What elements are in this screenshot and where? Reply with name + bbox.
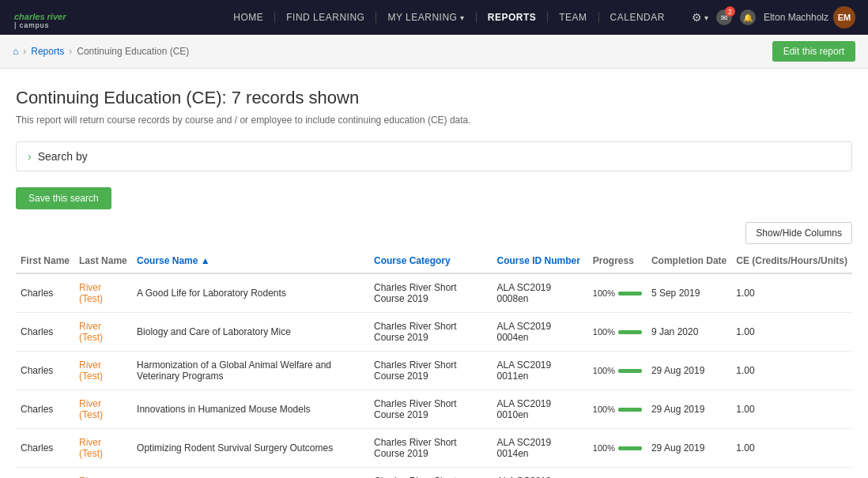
- table-row: Charles River (Test) Biology and Care of…: [16, 313, 852, 352]
- cell-course-category: Charles River Short Course 2019: [369, 468, 492, 479]
- cell-first-name: Charles: [16, 273, 74, 313]
- cell-completion-date: 29 Aug 2019: [647, 390, 731, 429]
- search-arrow-icon: ›: [28, 150, 32, 163]
- col-course-name[interactable]: Course Name ▲: [132, 249, 369, 273]
- breadcrumb-sep-2: ›: [69, 46, 72, 57]
- search-section: › Search by: [16, 141, 852, 171]
- table-row: Charles River (Test) A Good Life for Lab…: [16, 273, 852, 313]
- page-title: Continuing Education (CE): 7 records sho…: [16, 88, 852, 108]
- cell-ce: 1.00: [731, 390, 852, 429]
- breadcrumb-home[interactable]: ⌂: [13, 46, 18, 57]
- table-row: Charles River (Test) Optimizing Rodent S…: [16, 429, 852, 468]
- cell-completion-date: 29 Aug 2019: [647, 468, 731, 479]
- cell-ce: 1.00: [731, 468, 852, 479]
- user-menu[interactable]: Elton Machholz EM: [764, 6, 855, 28]
- cell-course-id: ALA SC2019 0014en: [492, 429, 588, 468]
- table-toolbar: Show/Hide Columns: [16, 222, 852, 244]
- edit-report-button[interactable]: Edit this report: [772, 41, 855, 62]
- search-header[interactable]: › Search by: [17, 142, 851, 171]
- cell-first-name: Charles: [16, 468, 74, 479]
- cell-ce: 1.00: [731, 429, 852, 468]
- cell-course-name: Biology and Care of Laboratory Mice: [132, 313, 369, 352]
- bell-icon[interactable]: 🔔: [740, 9, 756, 25]
- mail-badge: 2: [725, 6, 735, 17]
- cell-course-category: Charles River Short Course 2019: [369, 313, 492, 352]
- cell-ce: 1.00: [731, 273, 852, 313]
- cell-completion-date: 29 Aug 2019: [647, 429, 731, 468]
- cell-progress: 100%: [588, 468, 647, 479]
- cell-progress: 100%: [588, 429, 647, 468]
- nav-my-learning[interactable]: MY LEARNING ▾: [376, 12, 476, 23]
- cell-ce: 1.00: [731, 313, 852, 352]
- table-header: First Name Last Name Course Name ▲ Cours…: [16, 249, 852, 273]
- col-course-category[interactable]: Course Category: [369, 249, 492, 273]
- table-body: Charles River (Test) A Good Life for Lab…: [16, 273, 852, 478]
- main-content: Continuing Education (CE): 7 records sho…: [0, 69, 868, 478]
- cell-course-id: ALA SC2019 0011en: [492, 352, 588, 390]
- cell-progress: 100%: [588, 273, 647, 313]
- cell-first-name: Charles: [16, 313, 74, 352]
- breadcrumb: ⌂ › Reports › Continuing Education (CE) …: [0, 35, 868, 69]
- nav-home[interactable]: HOME: [222, 12, 275, 23]
- cell-course-id: ALA SC2019 0004en: [492, 313, 588, 352]
- search-label: Search by: [38, 150, 88, 163]
- breadcrumb-reports[interactable]: Reports: [31, 46, 64, 57]
- table-row: Charles River (Test) Harmonization of a …: [16, 352, 852, 390]
- cell-completion-date: 5 Sep 2019: [647, 273, 731, 313]
- cell-course-name: A Good Life for Laboratory Rodents: [132, 273, 369, 313]
- mail-icon[interactable]: ✉ 2: [716, 9, 732, 25]
- cell-last-name[interactable]: River (Test): [74, 429, 132, 468]
- breadcrumb-current: Continuing Education (CE): [77, 46, 189, 57]
- cell-course-name: Rabbits: Biology, Handling and Selected …: [132, 468, 369, 479]
- save-search-button[interactable]: Save this search: [16, 187, 111, 209]
- col-completion-date: Completion Date: [647, 249, 731, 273]
- cell-course-id: ALA SC2019 0010en: [492, 390, 588, 429]
- cell-course-id: ALA SC2019 0009en: [492, 468, 588, 479]
- cell-last-name[interactable]: River (Test): [74, 390, 132, 429]
- cell-last-name[interactable]: River (Test): [74, 313, 132, 352]
- cell-progress: 100%: [588, 313, 647, 352]
- cell-last-name[interactable]: River (Test): [74, 352, 132, 390]
- records-table: First Name Last Name Course Name ▲ Cours…: [16, 249, 852, 478]
- cell-progress: 100%: [588, 352, 647, 390]
- col-progress: Progress: [588, 249, 647, 273]
- cell-course-name: Innovations in Humanized Mouse Models: [132, 390, 369, 429]
- svg-text:| campus: | campus: [14, 21, 49, 29]
- breadcrumb-sep-1: ›: [23, 46, 26, 57]
- nav-links: HOME FIND LEARNING MY LEARNING ▾ REPORTS…: [222, 12, 676, 23]
- col-last-name: Last Name: [74, 249, 132, 273]
- nav-find-learning[interactable]: FIND LEARNING: [275, 12, 376, 23]
- cell-ce: 1.00: [731, 352, 852, 390]
- nav-team[interactable]: TEAM: [548, 12, 598, 23]
- cell-last-name[interactable]: River (Test): [74, 273, 132, 313]
- user-name: Elton Machholz: [764, 12, 828, 23]
- page-description: This report will return course records b…: [16, 115, 852, 126]
- user-avatar: EM: [833, 6, 855, 28]
- cell-course-category: Charles River Short Course 2019: [369, 352, 492, 390]
- cell-completion-date: 9 Jan 2020: [647, 313, 731, 352]
- svg-text:charles river: charles river: [14, 12, 66, 21]
- nav-reports[interactable]: REPORTS: [477, 12, 549, 23]
- cell-progress: 100%: [588, 390, 647, 429]
- nav-calendar[interactable]: CALENDAR: [599, 12, 676, 23]
- col-course-id[interactable]: Course ID Number: [492, 249, 588, 273]
- main-nav: charles river | campus HOME FIND LEARNIN…: [0, 0, 868, 35]
- cell-course-category: Charles River Short Course 2019: [369, 429, 492, 468]
- show-hide-columns-button[interactable]: Show/Hide Columns: [745, 222, 852, 244]
- cell-completion-date: 29 Aug 2019: [647, 352, 731, 390]
- cell-first-name: Charles: [16, 429, 74, 468]
- cell-first-name: Charles: [16, 352, 74, 390]
- table-row: Charles River (Test) Innovations in Huma…: [16, 390, 852, 429]
- cell-first-name: Charles: [16, 390, 74, 429]
- cell-course-name: Harmonization of a Global Animal Welfare…: [132, 352, 369, 390]
- cell-course-category: Charles River Short Course 2019: [369, 390, 492, 429]
- cell-course-name: Optimizing Rodent Survival Surgery Outco…: [132, 429, 369, 468]
- table-row: Charles River (Test) Rabbits: Biology, H…: [16, 468, 852, 479]
- settings-button[interactable]: ⚙ ▾: [692, 11, 708, 24]
- col-ce: CE (Credits/Hours/Units): [731, 249, 852, 273]
- cell-last-name[interactable]: River (Test): [74, 468, 132, 479]
- cell-course-category: Charles River Short Course 2019: [369, 273, 492, 313]
- logo: charles river | campus: [13, 6, 73, 29]
- cell-course-id: ALA SC2019 0008en: [492, 273, 588, 313]
- nav-right: ⚙ ▾ ✉ 2 🔔 Elton Machholz EM: [692, 6, 855, 28]
